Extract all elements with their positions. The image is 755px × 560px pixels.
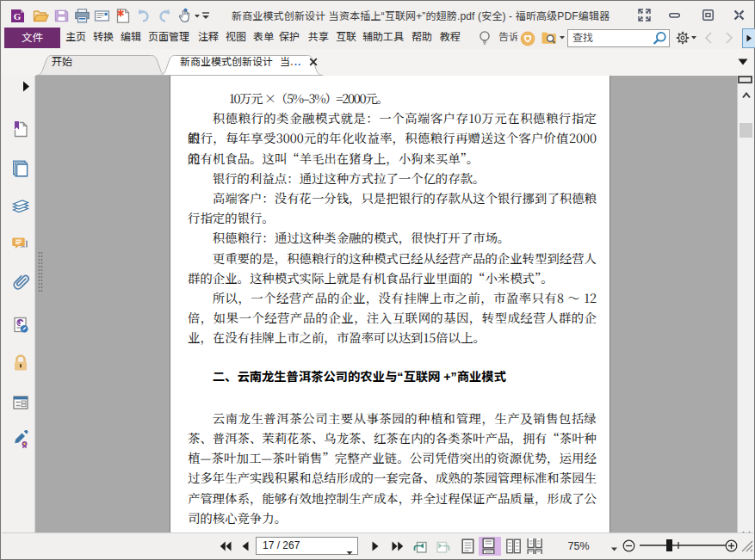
doc-line-8: 更重要的是，积德粮行的这种模式已经从经营产品的企业转型到经营人 bbox=[188, 248, 597, 268]
doc-line-10: 所以，一个经营产品的企业，没有挂牌上市之前，市盈率只有8 ～ 12 bbox=[188, 287, 597, 307]
digital-ids-icon[interactable] bbox=[11, 316, 30, 335]
maximize-icon[interactable] bbox=[702, 9, 714, 20]
open-file-icon[interactable] bbox=[33, 8, 49, 24]
navigation-sidebar bbox=[2, 76, 35, 532]
bookmarks-icon[interactable] bbox=[11, 120, 30, 138]
share-love-icon[interactable] bbox=[520, 31, 536, 47]
menu-item-0[interactable]: 主页 bbox=[65, 26, 86, 49]
minimize-icon[interactable] bbox=[669, 9, 680, 20]
page-thumbnails-icon[interactable] bbox=[11, 159, 30, 178]
vertical-scrollbar[interactable] bbox=[737, 76, 753, 532]
doc-line-17: 过多年生产实践积累和总结形成的一套完备、成熟的茶园管理标准和茶园生 bbox=[188, 467, 597, 487]
menu-file-button[interactable]: 文件 bbox=[4, 28, 60, 48]
last-page-icon[interactable] bbox=[391, 540, 405, 556]
pdf-page[interactable]: 10万元 ×（5%–3%）=2000元。积德粮行的类金融模式就是：一个高端客户存… bbox=[170, 76, 610, 532]
search-input[interactable]: 查找 bbox=[567, 29, 670, 47]
create-pdf-icon[interactable] bbox=[114, 8, 131, 24]
layers-icon[interactable] bbox=[11, 197, 30, 216]
previous-view-icon[interactable] bbox=[412, 538, 429, 557]
zoom-slider[interactable] bbox=[640, 538, 726, 552]
continuous-view-icon[interactable] bbox=[482, 538, 495, 557]
zoom-out-icon[interactable] bbox=[622, 539, 635, 556]
content-area: 10万元 ×（5%–3%）=2000元。积德粮行的类金融模式就是：一个高端客户存… bbox=[2, 76, 753, 532]
app-window: G 新商业模式创新设计 当资本插上“互联网+”的翅膀.pdf (安全) - 福昕… bbox=[0, 0, 755, 560]
doc-line-7: 积德粮行：通过这种类金融的模式，很快打开了市场。 bbox=[188, 227, 597, 247]
menu-item-6[interactable]: 表单 bbox=[253, 26, 274, 49]
menu-item-7[interactable]: 保护 bbox=[279, 26, 300, 49]
menu-item-10[interactable]: 辅助工具 bbox=[362, 26, 404, 49]
scrollbar-thumb[interactable] bbox=[740, 123, 752, 138]
signatures-icon[interactable] bbox=[11, 430, 30, 449]
menu-item-8[interactable]: 共享 bbox=[308, 26, 329, 49]
tab-bar: 开始 新商业模式创新设计 当... bbox=[2, 49, 753, 76]
expand-toolbar-button[interactable] bbox=[742, 28, 755, 48]
search-icon[interactable] bbox=[653, 31, 667, 49]
zoom-slider-handle bbox=[666, 539, 672, 551]
scroll-up-icon[interactable] bbox=[742, 87, 751, 102]
doc-line-1: 积德粮行的类金融模式就是：一个高端客户存10万元在积德粮行指定的 bbox=[188, 108, 597, 127]
zoom-preset-caret-icon[interactable] bbox=[610, 541, 618, 557]
email-icon[interactable] bbox=[94, 8, 110, 24]
tell-me-label[interactable]: 告诉我 bbox=[498, 26, 517, 49]
customize-quick-access-icon[interactable] bbox=[201, 8, 217, 24]
zoom-in-icon[interactable] bbox=[725, 539, 738, 556]
tab-document[interactable]: 新商业模式创新设计 当... bbox=[180, 49, 301, 75]
svg-text:G: G bbox=[14, 11, 22, 22]
menu-item-5[interactable]: 视图 bbox=[226, 26, 246, 49]
security-icon[interactable] bbox=[11, 354, 30, 372]
continuous-facing-view-icon[interactable] bbox=[527, 538, 542, 557]
facing-view-icon[interactable] bbox=[506, 538, 521, 557]
tab-close-icon[interactable] bbox=[309, 58, 319, 68]
doc-line-15: 茶、普洱茶、茉莉花茶、乌龙茶、红茶在内的各类茶叶产品，拥有“茶叶种 bbox=[188, 428, 597, 447]
zoom-level[interactable]: 75% bbox=[564, 533, 593, 559]
tell-me-icon[interactable] bbox=[478, 30, 494, 46]
single-page-view-icon[interactable] bbox=[461, 538, 474, 557]
menu-item-12[interactable]: 教程 bbox=[440, 26, 461, 49]
doc-heading: 二、云南龙生普洱茶公司的农业与“互联网 +”商业模式 bbox=[188, 366, 597, 388]
page-text: 10万元 ×（5%–3%）=2000元。积德粮行的类金融模式就是：一个高端客户存… bbox=[188, 88, 597, 527]
doc-line-3: 的有机食品。这叫“羊毛出在猪身上，小狗来买单”。 bbox=[188, 148, 597, 168]
title-bar: G 新商业模式创新设计 当资本插上“互联网+”的翅膀.pdf (安全) - 福昕… bbox=[2, 2, 753, 26]
menu-bar: 文件 主页转换编辑页面管理注释视图表单保护共享互联辅助工具帮助教程 告诉我 查找 bbox=[2, 26, 753, 49]
panel-splitter[interactable] bbox=[38, 251, 43, 292]
search-placeholder: 查找 bbox=[572, 30, 593, 46]
arrange-windows-icon[interactable] bbox=[638, 9, 649, 20]
next-page-icon[interactable] bbox=[370, 540, 381, 556]
doc-line-19: 司的核心竞争力。 bbox=[188, 508, 597, 527]
redo-icon[interactable] bbox=[157, 8, 173, 24]
nav-forward-icon[interactable] bbox=[724, 31, 740, 47]
expand-panel-icon[interactable] bbox=[14, 77, 33, 96]
print-icon[interactable] bbox=[74, 8, 90, 24]
undo-icon[interactable] bbox=[135, 8, 152, 24]
menu-item-9[interactable]: 互联 bbox=[336, 26, 356, 49]
foxit-logo-icon[interactable]: G bbox=[9, 8, 26, 24]
first-page-icon[interactable] bbox=[219, 540, 232, 556]
menu-item-4[interactable]: 注释 bbox=[198, 26, 219, 49]
next-view-icon[interactable] bbox=[435, 538, 452, 557]
menu-item-2[interactable]: 编辑 bbox=[121, 26, 141, 49]
attachments-icon[interactable] bbox=[11, 273, 30, 292]
page-box-caret-icon[interactable] bbox=[346, 544, 353, 559]
page-number-input[interactable]: 17 / 267 bbox=[256, 537, 358, 555]
form-fields-icon[interactable] bbox=[11, 393, 30, 412]
menu-item-3[interactable]: 页面管理 bbox=[148, 26, 189, 49]
comments-icon[interactable] bbox=[11, 235, 30, 254]
close-icon[interactable] bbox=[733, 9, 745, 20]
resize-grip-icon[interactable] bbox=[740, 539, 754, 557]
hand-tool-icon[interactable] bbox=[176, 8, 193, 24]
doc-line-18: 产管理体系，能够有效地控制生产成本，并全过程保证产品质量，形成了公 bbox=[188, 488, 597, 508]
save-icon[interactable] bbox=[53, 8, 70, 24]
doc-line-5: 高端客户：没有花一分钱，只是把银行的存款从这个银行挪到了积德粮 bbox=[188, 188, 597, 207]
prev-page-icon[interactable] bbox=[240, 540, 251, 556]
doc-line-16: 植—茶叶加工—茶叶销售”完整产业链。公司凭借突出的资源优势，运用经 bbox=[188, 447, 597, 467]
scrollbar-split-handle[interactable] bbox=[738, 76, 752, 83]
status-bar: 17 / 267 75% bbox=[2, 532, 753, 558]
tab-start[interactable]: 开始 bbox=[52, 49, 72, 75]
doc-line-4: 银行的利益点：通过这种方式拉了一个亿的存款。 bbox=[188, 168, 597, 188]
nav-back-icon[interactable] bbox=[703, 31, 720, 47]
page-number-value: 17 / 267 bbox=[263, 538, 300, 554]
menu-item-11[interactable]: 帮助 bbox=[412, 26, 432, 49]
find-related-icon[interactable] bbox=[541, 30, 557, 46]
menu-item-1[interactable]: 转换 bbox=[93, 26, 114, 49]
doc-line-2: 银行，每年享受3000元的年化收益率，积德粮行再赠送这个客户价值2000元 bbox=[188, 127, 597, 147]
